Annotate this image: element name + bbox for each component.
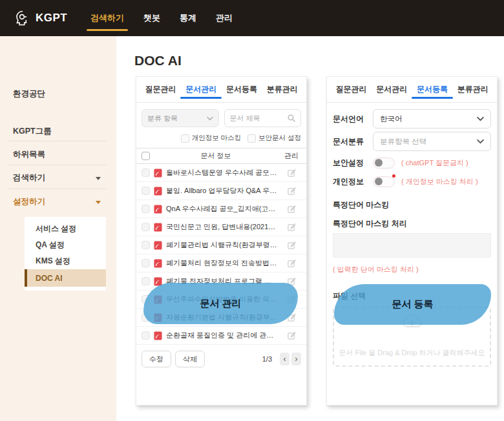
row-checkbox[interactable]: [142, 223, 150, 231]
tab-doc-manage[interactable]: 문서관리: [376, 77, 407, 102]
tab-category-manage[interactable]: 분류관리: [267, 77, 298, 102]
sidebar-item-sublist[interactable]: 하위목록: [13, 149, 45, 160]
doc-category-label: 문서분류: [333, 136, 373, 147]
doc-manage-panel: 질문관리 문서관리 문서등록 분류관리 분류 항목 개인정보 마스킹 보안문서 …: [136, 76, 307, 406]
edit-icon[interactable]: [282, 241, 301, 249]
doc-title[interactable]: QnA 우수사례집 공모_김지애(고객지원센...: [166, 204, 278, 214]
row-checkbox[interactable]: [142, 169, 150, 177]
row-checkbox[interactable]: [142, 331, 150, 340]
security-toggle[interactable]: [373, 158, 395, 169]
security-label: 보안설정: [333, 158, 373, 169]
table-row: QnA 우수사례집 공모_김지애(고객지원센...: [136, 200, 306, 218]
prev-page-button[interactable]: ‹: [280, 353, 289, 365]
brand: KGPT: [0, 10, 90, 26]
tab-question-manage[interactable]: 질문관리: [335, 77, 366, 102]
personal-label: 개인정보: [333, 176, 373, 187]
doc-title[interactable]: 자원순환기본법 시행규칙(환경부령)(제00...: [166, 313, 278, 322]
language-value: 한국어: [380, 114, 477, 124]
secure-doc-checkbox[interactable]: [247, 134, 256, 143]
doc-manage-tabs: 질문관리 문서관리 문서등록 분류관리: [136, 77, 306, 103]
toggle-knob: [375, 159, 383, 167]
submenu-item-kms[interactable]: KMS 설정: [25, 253, 106, 269]
nav-item-stats[interactable]: 통계: [180, 0, 196, 36]
secure-doc-option[interactable]: 보안문서 설정: [247, 134, 301, 143]
nav-item-admin[interactable]: 관리: [216, 0, 233, 36]
doc-title[interactable]: 폐기물처리 현장정보의 전송방법 등에 관한...: [166, 258, 278, 268]
delete-button[interactable]: 삭제: [175, 351, 205, 367]
personal-masking-option[interactable]: 개인정보 마스킹: [181, 134, 241, 143]
masking-section-label: 특정단어 마스킹: [333, 200, 491, 211]
doc-title[interactable]: 순환골재 품질인증 및 관리에 관한 규칙(국...: [166, 331, 278, 340]
row-checkbox[interactable]: [142, 187, 150, 195]
dropzone-text: 문서 File 을 Drag & Drop 하거나 클릭해주세요: [334, 348, 490, 358]
edit-icon[interactable]: [282, 259, 301, 267]
edit-icon[interactable]: [282, 277, 301, 285]
edit-icon[interactable]: [282, 295, 301, 303]
alert-dot: [392, 174, 395, 178]
submenu-item-qa[interactable]: QA 설정: [25, 237, 106, 253]
chevron-down-icon: [96, 177, 101, 180]
file-select-label: 파일 선택: [333, 291, 491, 302]
divider: [8, 189, 107, 189]
pagination: ‹ ›: [280, 353, 301, 365]
personal-toggle[interactable]: [373, 176, 395, 187]
edit-icon[interactable]: [282, 169, 301, 177]
category-row: 문서분류 분류항목 선택: [333, 132, 491, 151]
row-checkbox[interactable]: [142, 259, 150, 267]
doc-info-header: 문서 정보: [150, 151, 282, 161]
doc-title[interactable]: 폐기물 전자정보처리 프로그램 운영 및 사...: [166, 276, 278, 286]
doc-title[interactable]: 국민신문고 민원, 답변내용(2021~2023)....: [166, 222, 278, 232]
title-search-box: [224, 109, 302, 127]
submenu-item-service[interactable]: 서비스 설정: [25, 221, 106, 237]
tab-doc-register[interactable]: 문서등록: [226, 77, 257, 102]
category-filter-label: 분류 항목: [147, 114, 207, 123]
app: KGPT 검색하기 챗봇 통계 관리 환경공단 KGPT그룹 하위목록 검색하기…: [0, 0, 504, 421]
category-filter-select[interactable]: 분류 항목: [142, 109, 219, 127]
doc-register-form: 문서언어 한국어 문서분류 분류항목 선택 보안설정 ( chatGPT 질문금…: [327, 109, 497, 367]
doc-category-select[interactable]: 분류항목 선택: [373, 132, 491, 151]
search-icon[interactable]: [288, 114, 295, 122]
edit-icon[interactable]: [282, 187, 301, 195]
sidebar-item-settings[interactable]: 설정하기: [13, 196, 45, 207]
doc-title[interactable]: 올바로시스템운영 우수사례 공모_전유선(...: [166, 168, 278, 178]
divider: [8, 165, 107, 165]
nav-item-chatbot[interactable]: 챗봇: [143, 0, 160, 36]
masking-word-input[interactable]: [333, 233, 491, 258]
table-row: 국민신문고 민원, 답변내용(2021~2023)....: [136, 218, 306, 236]
nav-item-search[interactable]: 검색하기: [90, 0, 124, 36]
personal-masking-checkbox[interactable]: [181, 134, 189, 143]
doc-title[interactable]: 붙임. Allbaro 업무담당자 Q&A 우수사례집...: [166, 186, 278, 196]
language-select[interactable]: 한국어: [373, 109, 491, 128]
next-page-button[interactable]: ›: [291, 353, 301, 365]
edit-icon[interactable]: [282, 223, 301, 231]
doc-title[interactable]: 무선주파수인식방법을 이용한 의료폐기물...: [166, 294, 278, 304]
submenu-item-doc-ai[interactable]: DOC AI: [25, 269, 106, 287]
tab-question-manage[interactable]: 질문관리: [145, 77, 176, 102]
edit-icon[interactable]: [282, 331, 301, 340]
row-checkbox[interactable]: [142, 295, 150, 303]
title-search-input[interactable]: [230, 114, 288, 122]
tab-doc-register[interactable]: 문서등록: [417, 77, 448, 102]
filter-row: 분류 항목: [142, 109, 301, 127]
file-dropzone[interactable]: 문서 File 을 Drag & Drop 하거나 클릭해주세요: [333, 307, 491, 367]
edit-button[interactable]: 수정: [142, 351, 171, 367]
sidebar-item-group[interactable]: KGPT그룹: [13, 126, 52, 137]
edit-icon[interactable]: [282, 313, 301, 322]
masking-hint: ( 입력한 단어 마스킹 처리 ): [333, 265, 491, 274]
doc-register-panel: 질문관리 문서관리 문서등록 분류관리 문서언어 한국어 문서분류 분류항목 선…: [326, 76, 498, 406]
chevron-down-icon: [477, 139, 484, 144]
tab-category-manage[interactable]: 분류관리: [457, 77, 488, 102]
doc-title[interactable]: 폐기물관리법 시행규칙(환경부령)(제0104...: [166, 240, 278, 250]
select-all-checkbox[interactable]: [142, 152, 150, 160]
edit-icon[interactable]: [282, 205, 301, 213]
sidebar-item-search[interactable]: 검색하기: [13, 172, 45, 183]
sidebar-item-org[interactable]: 환경공단: [13, 88, 45, 99]
row-checkbox[interactable]: [142, 313, 150, 322]
table-row: 올바로시스템운영 우수사례 공모_전유선(...: [136, 164, 306, 182]
row-checkbox[interactable]: [142, 277, 150, 285]
settings-submenu: 서비스 설정 QA 설정 KMS 설정 DOC AI: [25, 217, 106, 291]
row-checkbox[interactable]: [142, 241, 150, 249]
tab-doc-manage[interactable]: 문서관리: [185, 77, 216, 102]
row-checkbox[interactable]: [142, 205, 150, 213]
table-row: 무선주파수인식방법을 이용한 의료폐기물...: [136, 291, 306, 309]
